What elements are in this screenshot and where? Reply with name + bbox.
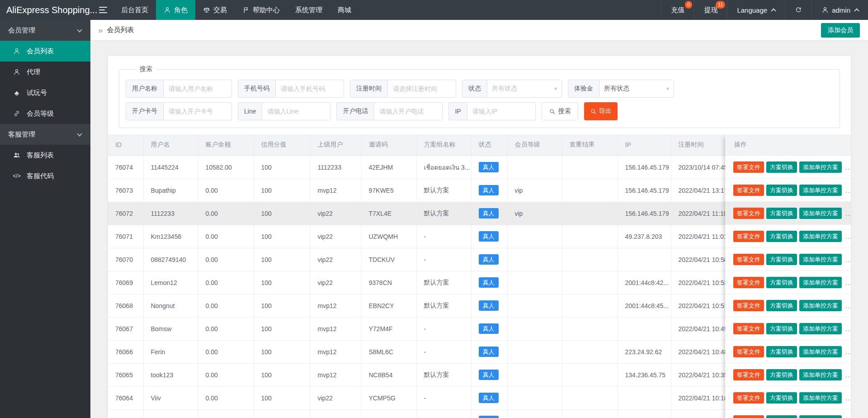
cell-balance: 0.00 xyxy=(198,225,254,248)
nav-item-admin[interactable]: admin xyxy=(811,0,868,20)
action-button-添加单控方案[interactable]: 添加单控方案 xyxy=(799,300,842,311)
more-actions-button[interactable]: ... xyxy=(845,256,851,263)
action-button-添加单控方案[interactable]: 添加单控方案 xyxy=(799,392,842,404)
action-button-方案切换[interactable]: 方案切换 xyxy=(766,346,797,357)
action-button-方案切换[interactable]: 方案切换 xyxy=(766,231,797,242)
action-button-签署文件[interactable]: 签署文件 xyxy=(733,208,764,219)
action-button-方案切换[interactable]: 方案切换 xyxy=(766,323,797,334)
more-actions-button[interactable]: ... xyxy=(845,233,851,240)
regtime-input[interactable] xyxy=(387,80,456,98)
sidebar-group-客服管理[interactable]: 客服管理 xyxy=(0,124,90,145)
action-button-添加单控方案[interactable]: 添加单控方案 xyxy=(799,323,842,334)
actions-row: 签署文件方案切换添加单控方案... xyxy=(725,202,851,225)
cell-username: Bupathip xyxy=(143,179,198,202)
sidebar-group-会员管理[interactable]: 会员管理 xyxy=(0,20,90,41)
action-button-签署文件[interactable]: 签署文件 xyxy=(733,254,764,265)
action-button-方案切换[interactable]: 方案切换 xyxy=(766,369,797,380)
nav-item-mall[interactable]: 商城 xyxy=(330,0,359,20)
ip-field: IP xyxy=(448,102,535,120)
action-button-方案切换[interactable]: 方案切换 xyxy=(766,392,797,404)
action-button-添加单控方案[interactable]: 添加单控方案 xyxy=(799,415,842,418)
more-actions-button[interactable]: ... xyxy=(845,209,851,217)
sidebar-item-member-level[interactable]: 会员等级 xyxy=(0,103,90,124)
export-button[interactable]: 导出 xyxy=(584,102,618,120)
action-button-签署文件[interactable]: 签署文件 xyxy=(733,300,764,311)
line-input[interactable] xyxy=(262,102,330,120)
caret-down-icon: ▾ xyxy=(554,86,557,92)
nav-item-system[interactable]: 系统管理 xyxy=(288,0,330,20)
action-button-添加单控方案[interactable]: 添加单控方案 xyxy=(799,277,842,288)
action-button-签署文件[interactable]: 签署文件 xyxy=(733,231,764,242)
more-actions-button[interactable]: ... xyxy=(845,394,851,402)
cell-dup xyxy=(562,248,618,271)
more-actions-button[interactable]: ... xyxy=(845,279,851,286)
action-button-方案切换[interactable]: 方案切换 xyxy=(766,208,797,219)
action-button-方案切换[interactable]: 方案切换 xyxy=(766,162,797,173)
phone-input[interactable] xyxy=(275,80,344,98)
cell-credit: 100 xyxy=(254,202,310,225)
cell-ip: 2001:44c8:45... xyxy=(618,294,671,317)
more-actions-button[interactable]: ... xyxy=(845,163,851,171)
action-button-签署文件[interactable]: 签署文件 xyxy=(733,323,764,334)
action-button-方案切换[interactable]: 方案切换 xyxy=(766,254,797,265)
nav-item-role[interactable]: 角色 xyxy=(156,0,195,20)
action-button-添加单控方案[interactable]: 添加单控方案 xyxy=(799,369,842,380)
status-select[interactable]: 所有状态▾ xyxy=(487,80,562,98)
action-button-添加单控方案[interactable]: 添加单控方案 xyxy=(799,208,842,219)
hamburger-icon[interactable] xyxy=(93,0,113,20)
cell-username: Ppoo xyxy=(143,409,198,418)
action-button-方案切换[interactable]: 方案切换 xyxy=(766,415,797,418)
cell-ip xyxy=(618,248,671,271)
more-actions-button[interactable]: ... xyxy=(845,371,851,379)
cell-username: Ferin xyxy=(143,340,198,363)
cell-id: 76074 xyxy=(108,156,143,179)
action-button-方案切换[interactable]: 方案切换 xyxy=(766,300,797,311)
sidebar-item-service-code[interactable]: </>客服代码 xyxy=(0,166,90,186)
sidebar-item-service-list[interactable]: 客服列表 xyxy=(0,145,90,166)
nav-item-help[interactable]: 帮助中心 xyxy=(235,0,288,20)
cell-status: 真人 xyxy=(471,340,507,363)
cell-id: 76065 xyxy=(108,363,143,386)
action-button-签署文件[interactable]: 签署文件 xyxy=(733,185,764,196)
action-button-签署文件[interactable]: 签署文件 xyxy=(733,369,764,380)
cell-balance: 10582.00 xyxy=(198,156,254,179)
action-button-添加单控方案[interactable]: 添加单控方案 xyxy=(799,254,842,265)
card-input[interactable] xyxy=(163,102,232,120)
action-button-方案切换[interactable]: 方案切换 xyxy=(766,277,797,288)
cell-level xyxy=(507,156,562,179)
cell-scheme: - xyxy=(416,340,471,363)
nav-item-language[interactable]: Language xyxy=(727,0,785,20)
action-button-签署文件[interactable]: 签署文件 xyxy=(733,277,764,288)
add-member-button[interactable]: 添加会员 xyxy=(821,23,860,38)
action-button-添加单控方案[interactable]: 添加单控方案 xyxy=(799,162,842,173)
action-button-签署文件[interactable]: 签署文件 xyxy=(733,346,764,357)
action-button-方案切换[interactable]: 方案切换 xyxy=(766,185,797,196)
nav-item-recharge[interactable]: 充值0 xyxy=(661,0,694,20)
action-button-签署文件[interactable]: 签署文件 xyxy=(733,392,764,404)
cell-balance: 0.00 xyxy=(198,386,254,409)
nav-item-withdraw[interactable]: 提现11 xyxy=(694,0,727,20)
username-input[interactable] xyxy=(163,80,232,98)
cell-level xyxy=(507,294,562,317)
action-button-签署文件[interactable]: 签署文件 xyxy=(733,415,764,418)
more-actions-button[interactable]: ... xyxy=(845,348,851,356)
more-actions-button[interactable]: ... xyxy=(845,302,851,309)
sidebar-item-trial-account[interactable]: ♣试玩号 xyxy=(0,82,90,103)
action-button-签署文件[interactable]: 签署文件 xyxy=(733,162,764,173)
cell-parent: 1112233 xyxy=(310,156,361,179)
nav-item-label: Language xyxy=(737,6,767,14)
more-actions-button[interactable]: ... xyxy=(845,186,851,194)
action-button-添加单控方案[interactable]: 添加单控方案 xyxy=(799,185,842,196)
nav-item-refresh[interactable] xyxy=(785,0,811,20)
tel-input[interactable] xyxy=(374,102,443,120)
nav-item-home[interactable]: 后台首页 xyxy=(113,0,156,20)
search-button[interactable]: 搜索 xyxy=(542,102,578,120)
sidebar-item-agent[interactable]: 代理 xyxy=(0,62,90,82)
action-button-添加单控方案[interactable]: 添加单控方案 xyxy=(799,231,842,242)
more-actions-button[interactable]: ... xyxy=(845,325,851,332)
nav-item-trade[interactable]: 交易 xyxy=(195,0,235,20)
ip-input[interactable] xyxy=(467,102,536,120)
trial-select[interactable]: 所有状态▾ xyxy=(599,80,674,98)
action-button-添加单控方案[interactable]: 添加单控方案 xyxy=(799,346,842,357)
sidebar-item-member-list[interactable]: 会员列表 xyxy=(0,41,90,62)
